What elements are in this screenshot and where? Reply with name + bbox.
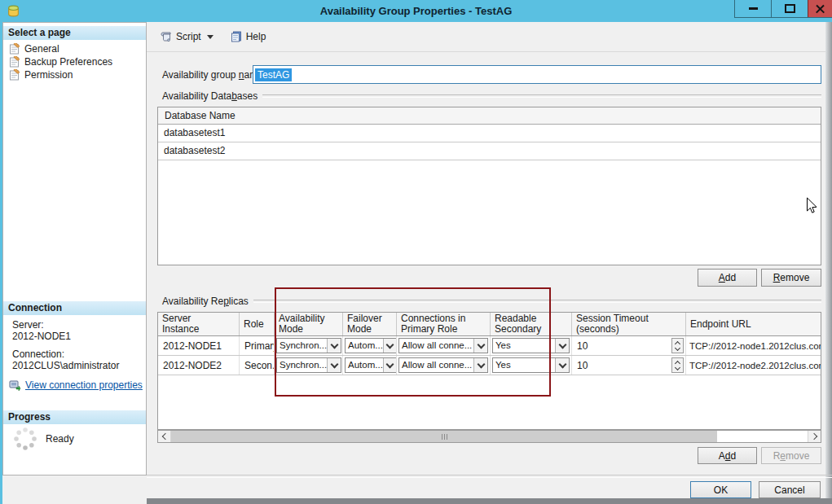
maximize-icon bbox=[785, 4, 795, 13]
replicas-add-button[interactable]: Add bbox=[698, 447, 757, 464]
page-icon bbox=[9, 69, 20, 81]
minimize-icon bbox=[749, 7, 758, 10]
connection-properties-icon bbox=[9, 379, 21, 391]
session-timeout-spinner[interactable] bbox=[671, 357, 684, 373]
chevron-left-icon bbox=[161, 433, 168, 440]
connection-header: Connection bbox=[3, 301, 146, 315]
databases-add-button[interactable]: Add bbox=[698, 269, 757, 287]
view-connection-properties[interactable]: View connection properties bbox=[3, 378, 146, 392]
column-header: Server Instance bbox=[162, 313, 207, 335]
maximize-button[interactable] bbox=[771, 0, 808, 17]
window-bottom-border bbox=[147, 498, 832, 504]
column-header: Endpoint URL bbox=[686, 313, 821, 335]
connection-label: Connection: bbox=[12, 348, 64, 360]
databases-column-header: Database Name bbox=[158, 107, 821, 125]
ag-name-label: Availability group name: bbox=[162, 69, 266, 81]
sidebar-item-permission[interactable]: Permission bbox=[3, 68, 146, 81]
ag-name-input[interactable]: TestAG bbox=[253, 65, 821, 84]
title-bar: Availability Group Properties - TestAG bbox=[0, 0, 832, 23]
table-row[interactable]: databasetest1 bbox=[158, 125, 821, 142]
session-timeout-value[interactable]: 10 bbox=[572, 360, 588, 371]
help-icon bbox=[230, 30, 243, 43]
page-icon bbox=[9, 56, 20, 68]
sidebar: Select a page General Backup Preferences bbox=[2, 22, 147, 476]
ag-name-value: TestAG bbox=[255, 68, 292, 81]
footer-divider bbox=[147, 475, 832, 478]
select-a-page-header: Select a page bbox=[3, 26, 146, 40]
chevron-right-icon bbox=[810, 433, 817, 440]
server-label: Server: bbox=[12, 319, 44, 331]
chevron-down-icon[interactable] bbox=[555, 339, 569, 353]
databases-remove-button[interactable]: Remove bbox=[761, 269, 821, 287]
endpoint-url-cell: TCP://2012-node1.2012clus.com bbox=[686, 336, 821, 355]
script-dropdown-arrow[interactable] bbox=[207, 35, 214, 39]
server-instance-cell: 2012-NODE2 bbox=[158, 356, 240, 375]
close-button[interactable] bbox=[808, 0, 832, 17]
dialog-window: Availability Group Properties - TestAG S… bbox=[0, 0, 832, 504]
chevron-down-icon[interactable] bbox=[555, 358, 569, 372]
close-icon bbox=[815, 3, 825, 14]
view-connection-properties-link[interactable]: View connection properties bbox=[25, 379, 143, 391]
progress-header: Progress bbox=[3, 410, 146, 424]
availability-databases-group-label: Availability Databases bbox=[157, 90, 821, 102]
window-right-border bbox=[825, 22, 832, 504]
replicas-remove-button: Remove bbox=[761, 447, 821, 464]
annotation-rectangle bbox=[275, 287, 551, 397]
help-label: Help bbox=[246, 31, 266, 42]
sidebar-item-backup-preferences[interactable]: Backup Preferences bbox=[3, 55, 146, 68]
scrollbar-track[interactable] bbox=[717, 431, 808, 442]
connection-value: 2012CLUS\administrator bbox=[12, 360, 119, 371]
page-icon bbox=[9, 43, 20, 55]
session-timeout-spinner[interactable] bbox=[671, 338, 684, 353]
script-button[interactable]: Script bbox=[156, 28, 217, 46]
sidebar-item-label: Backup Preferences bbox=[24, 56, 112, 68]
endpoint-url-cell: TCP://2012-node2.2012clus.com bbox=[686, 356, 821, 375]
sidebar-item-general[interactable]: General bbox=[3, 42, 146, 55]
role-cell: Secon... bbox=[240, 356, 275, 375]
databases-table: Database Name databasetest1 databasetest… bbox=[157, 107, 821, 265]
progress-spinner-icon bbox=[11, 425, 39, 453]
table-row[interactable]: databasetest2 bbox=[158, 142, 821, 160]
progress-status: Ready bbox=[46, 433, 74, 445]
session-timeout-value[interactable]: 10 bbox=[572, 340, 588, 352]
column-header: Session Timeout (seconds) bbox=[572, 313, 686, 335]
minimize-button[interactable] bbox=[734, 0, 771, 17]
script-icon bbox=[160, 30, 173, 43]
window-title: Availability Group Properties - TestAG bbox=[0, 0, 832, 22]
mouse-cursor bbox=[806, 197, 818, 215]
window-controls bbox=[734, 0, 832, 18]
ok-button[interactable]: OK bbox=[690, 481, 751, 498]
cancel-button[interactable]: Cancel bbox=[759, 481, 821, 498]
scroll-right-button[interactable] bbox=[808, 431, 821, 442]
column-header: Role bbox=[240, 313, 275, 335]
server-value: 2012-NODE1 bbox=[12, 331, 71, 342]
sidebar-item-label: General bbox=[24, 43, 59, 55]
script-label: Script bbox=[176, 31, 201, 42]
scroll-left-button[interactable] bbox=[158, 431, 171, 442]
sidebar-item-label: Permission bbox=[24, 69, 73, 81]
scrollbar-thumb[interactable] bbox=[171, 431, 717, 442]
role-cell: Primary bbox=[240, 336, 275, 355]
availability-group-icon bbox=[7, 4, 20, 18]
horizontal-scrollbar[interactable] bbox=[157, 430, 821, 443]
help-button[interactable]: Help bbox=[227, 28, 270, 46]
server-instance-cell: 2012-NODE1 bbox=[158, 336, 240, 355]
toolbar: Script Help bbox=[147, 22, 825, 52]
